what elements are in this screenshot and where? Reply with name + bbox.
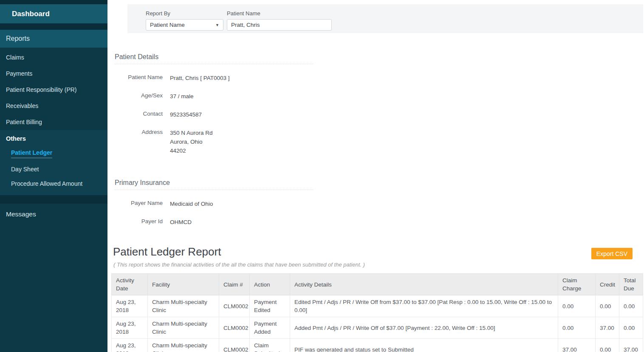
- cell-total-due: 0.00: [619, 295, 643, 317]
- sidebar-item-payments[interactable]: Payments: [0, 65, 107, 82]
- cell-credit: 0.00: [596, 339, 619, 352]
- main-content: Report By Patient Name ▼ Patient Name Pa…: [107, 0, 644, 352]
- column-header-activity-details: Activity Details: [290, 274, 558, 295]
- cell-total-due: 37.00: [619, 339, 643, 352]
- cell-activity-date: Aug 23, 2018: [112, 295, 148, 317]
- sidebar-item-procedure-allowed-amount[interactable]: Procedure Allowed Amount: [0, 176, 107, 191]
- section-divider: [115, 190, 314, 190]
- field-row-address: Address350 N Aurora RdAurora, Ohio44202: [115, 128, 644, 155]
- sidebar-item-receivables[interactable]: Receivables: [0, 98, 107, 114]
- report-by-selected-value: Patient Name: [150, 22, 185, 28]
- ledger-table-wrap: Activity DateFacilityClaim #ActionActivi…: [111, 273, 643, 352]
- sidebar-others-items: Patient LedgerDay SheetProcedure Allowed…: [0, 145, 107, 191]
- field-label: Payer Name: [115, 199, 163, 207]
- field-label: Patient Name: [115, 74, 163, 81]
- report-by-label: Report By: [146, 10, 223, 17]
- app-window: Dashboard Reports ClaimsPaymentsPatient …: [0, 0, 644, 352]
- sidebar-others-block: Others Patient LedgerDay SheetProcedure …: [0, 130, 107, 195]
- report-by-select[interactable]: Patient Name ▼: [146, 19, 223, 31]
- sidebar-top-strip: [0, 0, 107, 4]
- cell-claim-charge: 37.00: [558, 339, 596, 352]
- cell-credit: 37.00: [596, 317, 619, 339]
- column-header-activity-date: Activity Date: [112, 274, 148, 295]
- field-row-patient-name: Patient NamePratt, Chris [ PAT0003 ]: [115, 74, 644, 82]
- cell-total-due: 0.00: [619, 317, 643, 339]
- sidebar-item-label: Procedure Allowed Amount: [11, 180, 82, 187]
- sidebar-item-label: Patient Ledger: [11, 149, 52, 158]
- table-row: Aug 23, 2018Charm Multi-specialty Clinic…: [112, 317, 643, 339]
- column-header-claim-charge: Claim Charge: [558, 274, 596, 295]
- field-row-contact: Contact9523354587: [115, 110, 644, 119]
- cell-action: Payment Added: [250, 317, 290, 339]
- column-header-total-due: Total Due: [619, 274, 643, 295]
- patient-name-field: Patient Name: [227, 10, 332, 33]
- sidebar: Dashboard Reports ClaimsPaymentsPatient …: [0, 0, 107, 352]
- cell-facility: Charm Multi-specialty Clinic: [148, 339, 219, 352]
- export-csv-button[interactable]: Export CSV: [591, 248, 633, 259]
- page-title: Patient Ledger Report: [113, 245, 365, 258]
- cell-claim: CLM0002: [219, 339, 250, 352]
- column-header-claim: Claim #: [219, 274, 250, 295]
- cell-claim-charge: 0.00: [558, 317, 596, 339]
- cell-activity-date: Aug 23, 2018: [112, 339, 148, 352]
- cell-claim-charge: 0.00: [558, 295, 596, 317]
- sidebar-reports-items: ClaimsPaymentsPatient Responsibility (PR…: [0, 48, 107, 130]
- table-row: Aug 23, 2018Charm Multi-specialty Clinic…: [112, 295, 643, 317]
- cell-action: Payment Edited: [250, 295, 290, 317]
- primary-insurance-section: Primary Insurance Payer NameMedicaid of …: [115, 179, 644, 227]
- field-row-age-sex: Age/Sex37 / male: [115, 92, 644, 101]
- patient-details-fields: Patient NamePratt, Chris [ PAT0003 ]Age/…: [115, 74, 644, 155]
- sidebar-divider: [0, 195, 107, 204]
- field-value: 350 N Aurora RdAurora, Ohio44202: [170, 128, 213, 155]
- field-label: Contact: [115, 110, 163, 118]
- ledger-table-head: Activity DateFacilityClaim #ActionActivi…: [112, 274, 643, 295]
- patient-details-section: Patient Details Patient NamePratt, Chris…: [115, 53, 644, 155]
- field-label: Address: [115, 128, 163, 136]
- sidebar-item-dashboard[interactable]: Dashboard: [0, 4, 107, 23]
- ledger-table-body: Aug 23, 2018Charm Multi-specialty Clinic…: [112, 295, 643, 352]
- field-label: Payer Id: [115, 218, 163, 225]
- sidebar-divider: [0, 23, 107, 30]
- primary-insurance-title: Primary Insurance: [115, 179, 644, 187]
- field-value: 9523354587: [170, 110, 202, 119]
- sidebar-item-claims[interactable]: Claims: [0, 49, 107, 65]
- ledger-report-section: Patient Ledger Report ( This report show…: [107, 245, 644, 352]
- cell-facility: Charm Multi-specialty Clinic: [148, 317, 219, 339]
- sidebar-item-patient-ledger[interactable]: Patient Ledger: [0, 145, 107, 162]
- sidebar-item-messages[interactable]: Messages: [0, 204, 107, 225]
- report-subtitle: ( This report shows the financial activi…: [113, 261, 365, 268]
- section-divider: [115, 64, 314, 64]
- cell-claim: CLM0002: [219, 295, 250, 317]
- cell-action: Claim Submitted: [250, 339, 290, 352]
- field-value: Medicaid of Ohio: [170, 199, 213, 208]
- header-row: Activity DateFacilityClaim #ActionActivi…: [112, 274, 643, 295]
- sidebar-section-reports[interactable]: Reports: [0, 30, 107, 48]
- primary-insurance-fields: Payer NameMedicaid of OhioPayer IdOHMCD: [115, 199, 644, 227]
- field-value: 37 / male: [170, 92, 194, 101]
- report-by-field: Report By Patient Name ▼: [146, 10, 223, 33]
- report-title-block: Patient Ledger Report ( This report show…: [113, 245, 365, 268]
- column-header-action: Action: [250, 274, 290, 295]
- patient-name-input[interactable]: [227, 19, 332, 31]
- cell-facility: Charm Multi-specialty Clinic: [148, 295, 219, 317]
- sidebar-item-patient-responsibility-pr[interactable]: Patient Responsibility (PR): [0, 82, 107, 98]
- ledger-table: Activity DateFacilityClaim #ActionActivi…: [111, 273, 643, 352]
- cell-credit: 0.00: [596, 295, 619, 317]
- sidebar-item-patient-billing[interactable]: Patient Billing: [0, 114, 107, 130]
- filter-panel: Report By Patient Name ▼ Patient Name: [127, 4, 643, 33]
- field-value: Pratt, Chris [ PAT0003 ]: [170, 74, 230, 82]
- report-header: Patient Ledger Report ( This report show…: [113, 245, 633, 268]
- table-row: Aug 23, 2018Charm Multi-specialty Clinic…: [112, 339, 643, 352]
- field-value: OHMCD: [170, 218, 192, 227]
- cell-activity-date: Aug 23, 2018: [112, 317, 148, 339]
- sidebar-section-others[interactable]: Others: [0, 130, 107, 145]
- field-label: Age/Sex: [115, 92, 163, 99]
- cell-activity-details: PIF was generated and status set to Subm…: [290, 339, 558, 352]
- cell-activity-details: Edited Pmt / Adjs / PR / Write Off from …: [290, 295, 558, 317]
- cell-activity-details: Added Pmt / Adjs / PR / Write Off of $37…: [290, 317, 558, 339]
- field-row-payer-id: Payer IdOHMCD: [115, 218, 644, 227]
- column-header-credit: Credit: [596, 274, 619, 295]
- sidebar-item-day-sheet[interactable]: Day Sheet: [0, 162, 107, 176]
- column-header-facility: Facility: [148, 274, 219, 295]
- cell-claim: CLM0002: [219, 317, 250, 339]
